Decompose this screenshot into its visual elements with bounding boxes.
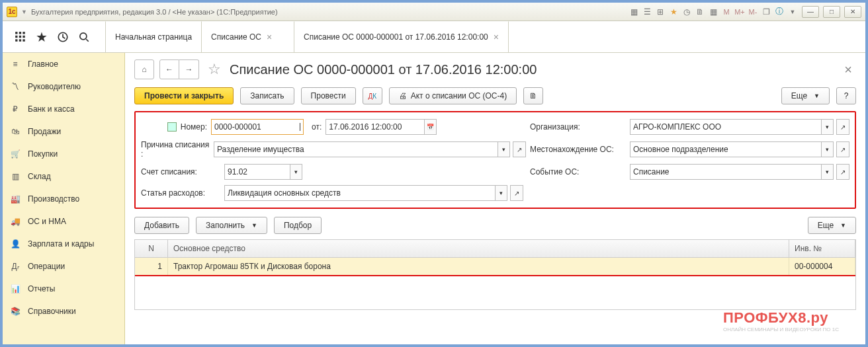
attach-button[interactable]: 🗎 <box>523 87 543 104</box>
svg-rect-1 <box>19 32 21 34</box>
search-icon[interactable] <box>78 31 90 43</box>
star-icon[interactable]: ★ <box>668 7 679 17</box>
dtct-icon: ДК <box>368 93 376 100</box>
table-row[interactable]: 1 Трактор Агромаш 85ТК и Дисковая борона… <box>135 258 855 276</box>
warehouse-icon: ▥ <box>9 171 21 182</box>
window-icon[interactable]: ❐ <box>761 7 771 17</box>
tab-home[interactable]: Начальная страница <box>105 21 202 52</box>
close-window-button[interactable]: ✕ <box>844 6 861 18</box>
table-empty-area[interactable] <box>135 276 855 309</box>
apps-icon[interactable] <box>15 31 26 43</box>
sidebar-item-reports[interactable]: 📊Отчеты <box>3 278 124 300</box>
post-close-button[interactable]: Провести и закрыть <box>134 87 234 104</box>
back-button[interactable]: ← <box>159 59 179 79</box>
svg-rect-7 <box>19 39 21 41</box>
minimize-button[interactable]: — <box>802 6 819 18</box>
dropdown-button[interactable]: ▾ <box>822 141 834 157</box>
sidebar-item-operations[interactable]: ДᵣОперации <box>3 255 124 278</box>
cal-icon[interactable]: ▦ <box>708 7 718 17</box>
dropdown-button[interactable]: ▾ <box>496 185 507 201</box>
sidebar-item-bank[interactable]: ₽Банк и касса <box>3 98 124 120</box>
favorite-button[interactable]: ☆ <box>204 59 224 79</box>
add-button[interactable]: Добавить <box>134 217 189 234</box>
tab-label: Списание ОС 0000-000001 от 17.06.2016 12… <box>304 32 488 42</box>
menu-caret-icon[interactable]: ▼ <box>787 7 798 17</box>
sidebar-item-label: Отчеты <box>28 284 55 293</box>
grid-icon[interactable]: ▦ <box>629 7 639 17</box>
more-button[interactable]: Еще▼ <box>781 87 830 104</box>
factory-icon: 🏭 <box>9 193 21 205</box>
dropdown-icon[interactable]: ▼ <box>21 9 27 15</box>
sidebar-item-production[interactable]: 🏭Производство <box>3 188 124 210</box>
close-icon[interactable]: × <box>267 32 272 42</box>
calc-icon[interactable]: ⊞ <box>655 7 666 17</box>
expense-input[interactable]: Ликвидация основных средств <box>224 185 496 201</box>
trend-icon: 〽 <box>9 81 21 93</box>
dropdown-button[interactable]: ▾ <box>498 141 510 157</box>
info-icon[interactable]: ⓘ <box>774 7 785 17</box>
main-area: ⌂ ← → ☆ Списание ОС 0000-000001 от 17.06… <box>125 53 865 344</box>
tab-writeoff-doc[interactable]: Списание ОС 0000-000001 от 17.06.2016 12… <box>294 21 509 52</box>
dtct-button[interactable]: ДК <box>363 87 382 104</box>
td-inv: 00-000004 <box>789 258 855 275</box>
help-button[interactable]: ? <box>836 87 856 104</box>
new-icon[interactable]: 🗎 <box>695 7 705 17</box>
account-input[interactable]: 91.02 <box>224 164 290 180</box>
table-more-button[interactable]: Еще▼ <box>808 217 856 234</box>
dropdown-button[interactable]: ▾ <box>822 164 834 180</box>
tab-writeoff-list[interactable]: Списание ОС× <box>202 21 294 52</box>
svg-rect-8 <box>22 39 24 41</box>
sidebar-item-warehouse[interactable]: ▥Склад <box>3 165 124 188</box>
clock-icon[interactable]: ◷ <box>681 7 692 17</box>
date-input[interactable]: 17.06.2016 12:00:00 <box>326 119 425 135</box>
home-button[interactable]: ⌂ <box>134 59 154 79</box>
date-value: 17.06.2016 12:00:00 <box>329 122 402 132</box>
open-button[interactable]: ↗ <box>836 141 849 157</box>
th-inv[interactable]: Инв. № <box>789 240 855 257</box>
sidebar-item-label: Склад <box>28 172 51 181</box>
sidebar-item-assets[interactable]: 🚚ОС и НМА <box>3 210 124 233</box>
open-button[interactable]: ↗ <box>510 185 523 201</box>
save-button[interactable]: Записать <box>240 87 294 104</box>
org-input[interactable]: АГРО-КОМПЛЕКС ООО <box>630 119 822 135</box>
th-name[interactable]: Основное средство <box>168 240 789 257</box>
open-button[interactable]: ↗ <box>836 119 849 135</box>
open-button[interactable]: ↗ <box>836 164 849 180</box>
act-button[interactable]: 🖨Акт о списании ОС (ОС-4) <box>389 87 517 104</box>
expense-label: Статья расходов: <box>141 188 220 198</box>
location-input[interactable]: Основное подразделение <box>630 141 822 157</box>
favorite-icon[interactable]: ★ <box>36 31 48 43</box>
close-page-button[interactable]: × <box>840 62 856 77</box>
mplus-icon[interactable]: M+ <box>734 7 745 17</box>
person-icon: 👤 <box>9 238 21 250</box>
sidebar-item-sales[interactable]: 🛍Продажи <box>3 120 124 143</box>
pick-button[interactable]: Подбор <box>274 217 322 234</box>
mminus-icon[interactable]: M- <box>748 7 758 17</box>
number-input[interactable]: 0000-000001 <box>211 119 304 135</box>
calendar-button[interactable]: 📅 <box>425 119 437 135</box>
sidebar-item-salary[interactable]: 👤Зарплата и кадры <box>3 233 124 255</box>
note-icon[interactable]: ☰ <box>642 7 652 17</box>
maximize-button[interactable]: □ <box>823 6 840 18</box>
btn-label: Еще <box>791 91 807 100</box>
history-icon[interactable] <box>57 31 69 43</box>
page-title: Списание ОС 0000-000001 от 17.06.2016 12… <box>230 62 537 77</box>
sidebar-item-catalogs[interactable]: 📚Справочники <box>3 300 124 323</box>
sidebar-item-main[interactable]: ≡Главное <box>3 53 124 75</box>
table-header: N Основное средство Инв. № <box>135 239 855 258</box>
post-button[interactable]: Провести <box>301 87 356 104</box>
dropdown-button[interactable]: ▾ <box>822 119 834 135</box>
books-icon: 📚 <box>9 305 21 317</box>
fill-button[interactable]: Заполнить▼ <box>196 217 267 234</box>
sidebar-item-purchase[interactable]: 🛒Покупки <box>3 143 124 165</box>
th-number[interactable]: N <box>135 240 168 257</box>
m-icon[interactable]: M <box>721 7 732 17</box>
open-button[interactable]: ↗ <box>513 141 526 157</box>
reason-input[interactable]: Разделение имущества <box>214 141 498 157</box>
forward-button[interactable]: → <box>179 59 199 79</box>
btn-label: Записать <box>250 91 284 100</box>
close-icon[interactable]: × <box>494 32 499 42</box>
event-input[interactable]: Списание <box>630 164 822 180</box>
sidebar-item-manager[interactable]: 〽Руководителю <box>3 75 124 98</box>
dropdown-button[interactable]: ▾ <box>290 164 302 180</box>
